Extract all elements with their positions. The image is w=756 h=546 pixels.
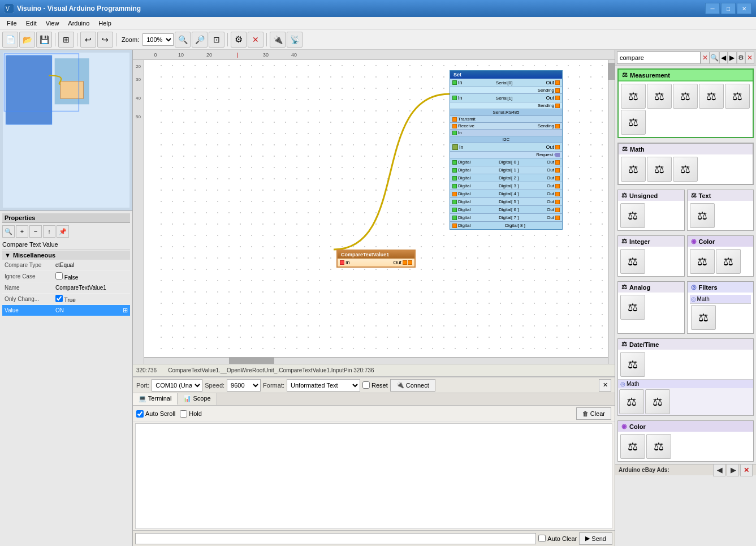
auto-clear-checkbox[interactable] xyxy=(538,535,546,542)
reset-checkbox[interactable] xyxy=(362,381,370,389)
board-button[interactable]: 🔌 xyxy=(270,32,286,48)
comp-measure-4[interactable]: ⚖ xyxy=(699,84,724,109)
zoom-fit-button[interactable]: ⊡ xyxy=(209,32,224,48)
datetime-group-header[interactable]: ⚖ Date/Time xyxy=(618,339,753,350)
serial0-sending-pin xyxy=(555,88,560,93)
serial-button[interactable]: 📡 xyxy=(287,32,303,48)
grid-button[interactable]: ⊞ xyxy=(58,32,74,48)
compile-button[interactable]: ⚙ xyxy=(231,32,247,48)
only-change-checkbox[interactable] xyxy=(55,295,63,302)
menu-view[interactable]: View xyxy=(41,19,64,28)
port-select[interactable]: COM10 (Una xyxy=(152,379,202,392)
compare-text-value-block[interactable]: CompareTextValue1 In Out xyxy=(336,250,416,268)
properties-panel: Properties 🔍 + − ↑ 📌 Compare Text Value … xyxy=(0,211,132,546)
menu-arduino[interactable]: Arduino xyxy=(63,19,94,28)
menu-edit[interactable]: Edit xyxy=(21,19,41,28)
serial-close-button[interactable]: ✕ xyxy=(599,379,611,392)
search-options-button[interactable]: ⚙ xyxy=(737,51,746,64)
tab-scope[interactable]: 📊 Scope xyxy=(178,393,217,405)
measurement-group-header[interactable]: ⚖ Measurement xyxy=(619,70,753,81)
comp-filters-math-1[interactable]: ⚖ xyxy=(691,305,716,330)
search-input[interactable] xyxy=(617,51,701,64)
canvas-hscroll[interactable] xyxy=(144,357,608,364)
digital1-row: Digital Digital[ 1 ] Out xyxy=(450,166,562,174)
open-button[interactable]: 📂 xyxy=(19,32,35,48)
comp-datetime-math-2[interactable]: ⚖ xyxy=(645,389,670,414)
comp-color-2[interactable]: ⚖ xyxy=(716,249,741,274)
prop-tool-up[interactable]: ↑ xyxy=(43,225,55,238)
comp-measure-3[interactable]: ⚖ xyxy=(673,84,698,109)
comp-math-3[interactable]: ⚖ xyxy=(673,157,698,182)
hscroll-thumb[interactable] xyxy=(229,358,274,364)
connect-button[interactable]: 🔌 Connect xyxy=(390,379,435,392)
filters-group-header[interactable]: ◎ Filters xyxy=(688,282,754,293)
search-prev-button[interactable]: ◀ xyxy=(719,51,728,64)
comp-integer-1[interactable]: ⚖ xyxy=(620,249,645,274)
search-next-button[interactable]: ▶ xyxy=(728,51,737,64)
zoom-out-button[interactable]: 🔎 xyxy=(192,32,208,48)
unsigned-group-header[interactable]: ⚖ Unsigned xyxy=(618,190,684,201)
comp-text-1[interactable]: ⚖ xyxy=(690,203,715,228)
color-group-header[interactable]: ◉ Color xyxy=(688,236,754,247)
comp-measure-6[interactable]: ⚖ xyxy=(621,110,646,135)
horizontal-ruler: 0 10 20 | 30 40 xyxy=(133,50,615,60)
close-button[interactable]: ✕ xyxy=(737,3,751,14)
send-button[interactable]: ▶ Send xyxy=(579,532,612,545)
ads-close-button[interactable]: ✕ xyxy=(740,464,753,476)
text-group-header[interactable]: ⚖ Text xyxy=(688,190,754,201)
comp-measure-2[interactable]: ⚖ xyxy=(647,84,672,109)
prop-tool-pin[interactable]: 📌 xyxy=(57,225,69,238)
ads-prev-button[interactable]: ◀ xyxy=(713,464,725,476)
ads-next-button[interactable]: ▶ xyxy=(727,464,739,476)
prop-tool-add[interactable]: + xyxy=(16,225,28,238)
menu-help[interactable]: Help xyxy=(94,19,116,28)
comp-color2-2[interactable]: ⚖ xyxy=(646,434,671,459)
separator-2 xyxy=(77,33,77,46)
canvas-vscroll[interactable] xyxy=(608,60,615,364)
auto-scroll-checkbox[interactable] xyxy=(136,410,144,418)
zoom-select[interactable]: 50% 75% 100% 125% 150% 200% xyxy=(142,33,174,46)
serial1-out-pin xyxy=(555,96,560,100)
new-button[interactable]: 📄 xyxy=(2,32,18,48)
comp-math-1[interactable]: ⚖ xyxy=(621,157,646,182)
comp-measure-5[interactable]: ⚖ xyxy=(725,84,750,109)
hold-checkbox[interactable] xyxy=(180,410,187,418)
comp-analog-1[interactable]: ⚖ xyxy=(620,295,645,320)
tab-terminal[interactable]: 💻 Terminal xyxy=(133,393,178,405)
search-close-button[interactable]: ✕ xyxy=(745,51,754,64)
comp-color2-1[interactable]: ⚖ xyxy=(620,434,645,459)
upload-button[interactable]: ✕ xyxy=(248,32,263,48)
canvas-wrapper[interactable]: 0 10 20 | 30 40 20 30 40 50 xyxy=(133,50,615,364)
separator-5 xyxy=(266,33,267,46)
vscroll-thumb[interactable] xyxy=(608,63,615,80)
search-clear-button[interactable]: ✕ xyxy=(701,51,710,64)
canvas[interactable]: Set In Serial[0] Out Sending xyxy=(155,60,615,364)
speed-select[interactable]: 9600 19200 115200 xyxy=(227,379,261,392)
redo-button[interactable]: ↪ xyxy=(97,32,113,48)
undo-button[interactable]: ↩ xyxy=(80,32,96,48)
integer-group-header[interactable]: ⚖ Integer xyxy=(618,236,684,247)
analog-group-header[interactable]: ⚖ Analog xyxy=(618,282,684,293)
comp-datetime-math-1[interactable]: ⚖ xyxy=(619,389,644,414)
menu-file[interactable]: File xyxy=(2,19,21,28)
prop-tool-search[interactable]: 🔍 xyxy=(2,225,15,238)
send-input[interactable] xyxy=(135,533,536,544)
minimize-button[interactable]: ─ xyxy=(705,3,720,14)
ignore-case-checkbox[interactable] xyxy=(55,272,63,280)
compare-block-header: CompareTextValue1 xyxy=(338,251,414,259)
search-button[interactable]: 🔍 xyxy=(710,51,719,64)
prop-tool-remove[interactable]: − xyxy=(29,225,42,238)
format-select[interactable]: Unformatted Text Formatted Text Hex xyxy=(287,379,360,392)
terminal-area[interactable] xyxy=(135,423,612,529)
color2-group-header[interactable]: ◉ Color xyxy=(618,421,753,432)
comp-unsigned-1[interactable]: ⚖ xyxy=(620,203,645,228)
comp-math-2[interactable]: ⚖ xyxy=(647,157,672,182)
save-button[interactable]: 💾 xyxy=(36,32,52,48)
math-group-header[interactable]: ⚖ Math xyxy=(619,144,753,154)
comp-color-1[interactable]: ⚖ xyxy=(690,249,715,274)
comp-measure-1[interactable]: ⚖ xyxy=(621,84,646,109)
comp-datetime-1[interactable]: ⚖ xyxy=(620,352,645,377)
maximize-button[interactable]: □ xyxy=(721,3,736,14)
zoom-in-button[interactable]: 🔍 xyxy=(175,32,191,48)
clear-button[interactable]: 🗑 Clear xyxy=(576,407,611,420)
